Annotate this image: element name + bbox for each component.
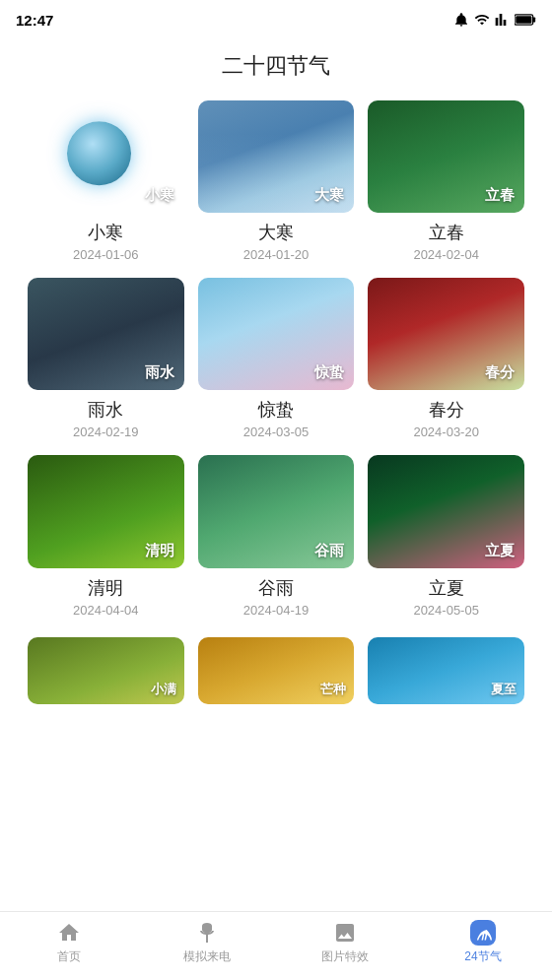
- nav-effects[interactable]: 图片特效: [276, 920, 414, 965]
- card-label-春分: 春分: [485, 363, 515, 382]
- battery-icon: [515, 13, 536, 27]
- grid-item-惊蛰[interactable]: 惊蛰 惊蛰 2024-03-05: [198, 278, 355, 439]
- item-date-雨水: 2024-02-19: [73, 425, 139, 439]
- grid-item-谷雨[interactable]: 谷雨 谷雨 2024-04-19: [198, 455, 355, 617]
- svg-rect-1: [533, 17, 536, 22]
- home-icon: [56, 920, 82, 946]
- item-date-大寒: 2024-01-20: [243, 247, 310, 262]
- card-image-惊蛰[interactable]: 惊蛰: [198, 278, 355, 390]
- item-date-惊蛰: 2024-03-05: [243, 425, 310, 439]
- grid-item-春分[interactable]: 春分 春分 2024-03-20: [368, 278, 524, 439]
- card-image-立夏[interactable]: 立夏: [368, 455, 524, 567]
- status-icons: [453, 12, 536, 28]
- item-name-立夏: 立夏: [429, 576, 464, 600]
- card-image-立春[interactable]: 立春: [368, 100, 524, 213]
- nav-home-label: 首页: [57, 948, 81, 965]
- card-label-雨水: 雨水: [145, 363, 174, 382]
- partial-label-芒种: 芒种: [320, 681, 346, 698]
- svg-rect-2: [516, 16, 531, 24]
- nav-simulate[interactable]: 模拟来电: [138, 920, 276, 965]
- partial-image-芒种[interactable]: 芒种: [198, 637, 355, 704]
- partial-label-小满: 小满: [151, 681, 176, 698]
- item-name-惊蛰: 惊蛰: [258, 398, 294, 422]
- wifi-icon: [473, 12, 491, 28]
- nav-jieqi-label: 24节气: [464, 948, 501, 965]
- grid-item-立春[interactable]: 立春 立春 2024-02-04: [368, 100, 524, 262]
- nav-simulate-label: 模拟来电: [183, 948, 231, 965]
- bottom-nav: 首页 模拟来电 图片特效 24节气: [0, 911, 552, 980]
- nav-home[interactable]: 首页: [0, 920, 138, 965]
- nav-effects-label: 图片特效: [321, 948, 369, 965]
- item-name-雨水: 雨水: [88, 398, 123, 422]
- card-image-小寒[interactable]: 小寒: [28, 100, 184, 213]
- partial-image-夏至[interactable]: 夏至: [368, 637, 524, 704]
- item-date-立春: 2024-02-04: [413, 247, 479, 262]
- status-time: 12:47: [16, 12, 53, 29]
- item-name-春分: 春分: [429, 398, 464, 422]
- card-label-谷雨: 谷雨: [314, 542, 344, 560]
- card-image-清明[interactable]: 清明: [28, 455, 184, 567]
- item-name-大寒: 大寒: [258, 221, 294, 244]
- effects-icon: [332, 920, 358, 946]
- item-name-谷雨: 谷雨: [258, 576, 294, 600]
- grid-item-雨水[interactable]: 雨水 雨水 2024-02-19: [28, 278, 184, 439]
- simulate-icon: [194, 920, 220, 946]
- card-label-清明: 清明: [145, 542, 174, 560]
- item-name-小寒: 小寒: [88, 221, 123, 244]
- jieqi-icon: [470, 920, 496, 946]
- item-name-清明: 清明: [88, 576, 123, 600]
- signal-icon: [495, 12, 511, 28]
- grid-item-立夏[interactable]: 立夏 立夏 2024-05-05: [368, 455, 524, 617]
- partial-item-小满[interactable]: 小满: [28, 637, 184, 704]
- item-date-立夏: 2024-05-05: [413, 603, 479, 618]
- status-bar: 12:47: [0, 0, 552, 35]
- card-image-春分[interactable]: 春分: [368, 278, 524, 390]
- partial-label-夏至: 夏至: [491, 681, 517, 698]
- card-label-小寒: 小寒: [145, 186, 174, 205]
- partial-item-夏至[interactable]: 夏至: [368, 637, 524, 704]
- card-image-大寒[interactable]: 大寒: [198, 100, 355, 213]
- card-label-大寒: 大寒: [314, 186, 344, 205]
- grid-item-清明[interactable]: 清明 清明 2024-04-04: [28, 455, 184, 617]
- item-name-立春: 立春: [429, 221, 464, 244]
- item-date-春分: 2024-03-20: [413, 425, 479, 439]
- page-title: 二十四节气: [0, 35, 552, 100]
- main-grid: 小寒 小寒 2024-01-06 大寒 大寒 2024-01-20 立春 立春 …: [0, 100, 552, 637]
- notification-icon: [453, 12, 469, 28]
- card-label-立夏: 立夏: [485, 542, 515, 560]
- card-label-立春: 立春: [485, 186, 515, 205]
- partial-row: 小满 芒种 夏至: [0, 637, 552, 704]
- partial-image-小满[interactable]: 小满: [28, 637, 184, 704]
- nav-jieqi[interactable]: 24节气: [414, 920, 552, 965]
- card-label-惊蛰: 惊蛰: [314, 363, 344, 382]
- card-image-谷雨[interactable]: 谷雨: [198, 455, 355, 567]
- item-date-小寒: 2024-01-06: [73, 247, 139, 262]
- item-date-清明: 2024-04-04: [73, 603, 139, 618]
- grid-item-大寒[interactable]: 大寒 大寒 2024-01-20: [198, 100, 355, 262]
- item-date-谷雨: 2024-04-19: [243, 603, 310, 618]
- card-image-雨水[interactable]: 雨水: [28, 278, 184, 390]
- grid-item-小寒[interactable]: 小寒 小寒 2024-01-06: [28, 100, 184, 262]
- partial-item-芒种[interactable]: 芒种: [198, 637, 355, 704]
